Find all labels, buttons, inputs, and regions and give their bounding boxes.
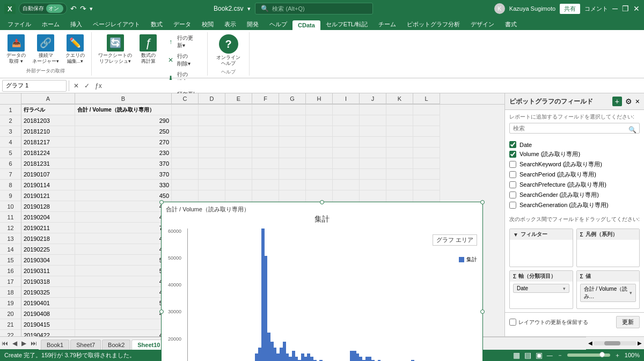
cell[interactable] xyxy=(279,126,306,137)
cell[interactable] xyxy=(333,148,360,158)
cell[interactable] xyxy=(413,126,440,137)
cell[interactable] xyxy=(413,180,440,190)
cell[interactable] xyxy=(333,169,360,180)
tab-nav-last[interactable]: ⏭ xyxy=(29,338,39,348)
btn-refresh[interactable]: 🔄 ワークシートのリフレッシュ▾ xyxy=(96,33,134,65)
cell[interactable] xyxy=(360,158,386,169)
tab-insert[interactable]: 挿入 xyxy=(65,19,87,30)
cell[interactable] xyxy=(279,137,306,148)
cell-a[interactable]: 20190311 xyxy=(21,266,75,276)
cell[interactable] xyxy=(199,190,225,201)
chart-handle-top[interactable] xyxy=(320,200,324,204)
chart-handle-top-left[interactable] xyxy=(159,200,164,204)
cell[interactable] xyxy=(252,169,279,180)
cell[interactable] xyxy=(172,148,199,158)
cell[interactable] xyxy=(279,148,306,158)
filename-dropdown[interactable]: ▾ xyxy=(247,5,251,12)
cell[interactable] xyxy=(199,148,225,158)
pivot-field-gender-checkbox[interactable] xyxy=(509,191,516,198)
cell-b[interactable]: 250 xyxy=(75,126,172,137)
tab-home[interactable]: ホーム xyxy=(36,19,65,30)
cell[interactable] xyxy=(413,190,440,201)
cell[interactable] xyxy=(386,105,413,115)
pivot-field-period-checkbox[interactable] xyxy=(509,171,516,178)
cell[interactable] xyxy=(199,169,225,180)
btn-update-row[interactable]: ↑ 行の更新▾ xyxy=(164,33,201,50)
cell-a[interactable]: 20190128 xyxy=(21,201,75,212)
btn-get-data[interactable]: 📥 データの取得 ▾ xyxy=(4,33,28,65)
cell[interactable] xyxy=(386,180,413,190)
cell[interactable] xyxy=(225,148,252,158)
cell[interactable] xyxy=(172,190,199,201)
cell[interactable] xyxy=(333,158,360,169)
cell-a[interactable]: 20181231 xyxy=(21,158,75,169)
btn-query-edit[interactable]: ✏️ クエリの編集...▾ xyxy=(63,33,87,65)
tab-team[interactable]: チーム xyxy=(373,19,401,30)
axis-tag-dropdown[interactable]: ▾ xyxy=(563,286,566,291)
btn-recalc[interactable]: ƒ 数式の再計算 xyxy=(136,33,160,65)
cell[interactable] xyxy=(199,180,225,190)
pivot-add-btn[interactable]: + xyxy=(612,97,622,106)
comment-button[interactable]: コメント xyxy=(584,5,608,13)
view-page-layout-icon[interactable]: ▤ xyxy=(524,351,531,359)
cell-a[interactable]: 20181210 xyxy=(21,126,75,137)
cell-a[interactable]: 20181224 xyxy=(21,148,75,158)
cell-a[interactable]: 20181217 xyxy=(21,137,75,148)
pivot-close-icon[interactable]: × xyxy=(635,97,640,106)
cell-a[interactable]: 20190225 xyxy=(21,244,75,255)
cell[interactable] xyxy=(252,137,279,148)
sheet-tab-sheet7[interactable]: Sheet7 xyxy=(70,340,101,350)
btn-delete-row[interactable]: ✕ 行の削除▾ xyxy=(164,51,201,69)
cell[interactable] xyxy=(306,137,333,148)
zoom-out-btn[interactable]: － xyxy=(557,351,563,359)
cell[interactable] xyxy=(225,137,252,148)
pivot-update-button[interactable]: 更新 xyxy=(616,316,640,328)
name-box[interactable] xyxy=(2,80,67,92)
sheet-tab-book1[interactable]: Book1 xyxy=(41,340,69,350)
cell[interactable] xyxy=(333,115,360,126)
cell[interactable] xyxy=(333,190,360,201)
cell[interactable] xyxy=(306,180,333,190)
cell-a[interactable]: 20190121 xyxy=(21,190,75,201)
value-tag-dropdown[interactable]: ▾ xyxy=(630,290,632,296)
cell-b[interactable]: 490 xyxy=(75,276,172,287)
cell[interactable] xyxy=(279,115,306,126)
cell[interactable] xyxy=(386,158,413,169)
cell-b[interactable]: 合計 / Volume（読み取り専用） xyxy=(75,105,172,115)
cell-a[interactable]: 20190318 xyxy=(21,276,75,287)
cell[interactable] xyxy=(306,148,333,158)
cell-b[interactable]: 430 xyxy=(75,212,172,223)
pivot-field-volume-checkbox[interactable] xyxy=(509,151,516,158)
tab-pivot-analysis[interactable]: ピボットグラフ分析 xyxy=(401,19,465,30)
cell-a[interactable]: 20190218 xyxy=(21,233,75,244)
cell-a[interactable]: 20190107 xyxy=(21,169,75,180)
cell-a[interactable]: 20190114 xyxy=(21,180,75,190)
tab-nav-next[interactable]: ▶ xyxy=(20,338,28,348)
redo-icon[interactable]: ↷ xyxy=(80,4,86,13)
cell[interactable] xyxy=(413,137,440,148)
cell[interactable] xyxy=(386,126,413,137)
cell[interactable] xyxy=(306,169,333,180)
cell-b[interactable]: 430 xyxy=(75,201,172,212)
tab-design[interactable]: デザイン xyxy=(465,19,500,30)
formula-input[interactable] xyxy=(106,80,642,92)
cell-b[interactable]: 480 xyxy=(75,244,172,255)
btn-online-help[interactable]: ? オンラインヘルプ xyxy=(212,33,245,68)
tab-data[interactable]: データ xyxy=(168,19,196,30)
cell-b[interactable]: 330 xyxy=(75,180,172,190)
cell-a[interactable]: 20190401 xyxy=(21,298,75,308)
cell[interactable] xyxy=(225,169,252,180)
tab-nav-first[interactable]: ⏮ xyxy=(0,338,10,348)
cell-a[interactable]: 20181203 xyxy=(21,115,75,126)
close-icon[interactable]: ✕ xyxy=(633,4,640,13)
cell-b[interactable]: 530 xyxy=(75,298,172,308)
chart-handle-top-right[interactable] xyxy=(480,200,485,204)
cell-b[interactable]: 290 xyxy=(75,115,172,126)
cell-b[interactable]: 540 xyxy=(75,255,172,266)
tab-file[interactable]: ファイル xyxy=(2,19,36,30)
view-normal-icon[interactable]: ▦ xyxy=(513,351,520,359)
cell[interactable] xyxy=(225,115,252,126)
cell[interactable] xyxy=(413,148,440,158)
cell[interactable] xyxy=(279,169,306,180)
cell[interactable] xyxy=(360,169,386,180)
